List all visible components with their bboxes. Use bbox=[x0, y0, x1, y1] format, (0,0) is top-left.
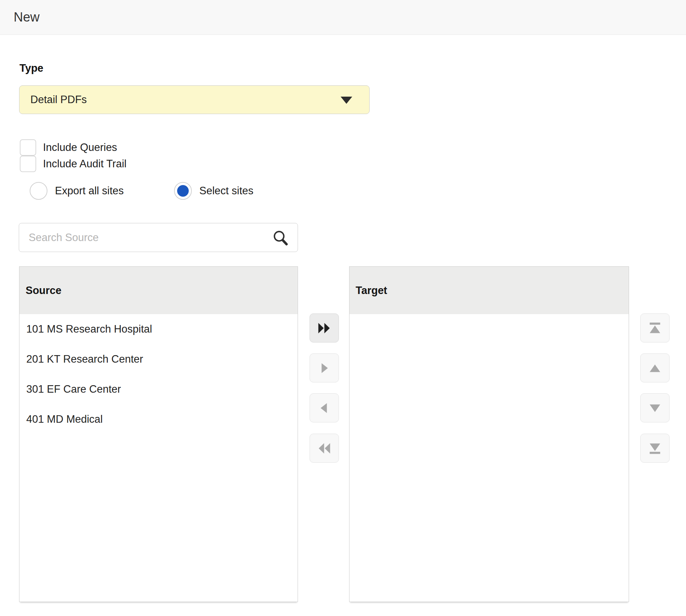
select-sites-radio[interactable] bbox=[174, 182, 192, 200]
source-listbox-header: Source bbox=[19, 267, 298, 314]
arrow-down-icon bbox=[647, 400, 663, 416]
export-all-sites-label: Export all sites bbox=[55, 185, 124, 197]
list-item[interactable]: 401 MD Medical bbox=[19, 404, 298, 434]
move-all-left-button[interactable] bbox=[310, 434, 339, 463]
search-source-wrap bbox=[19, 223, 298, 252]
select-sites-option: Select sites bbox=[174, 182, 254, 200]
move-right-button[interactable] bbox=[310, 353, 339, 382]
export-all-sites-option: Export all sites bbox=[30, 182, 124, 200]
double-arrow-left-icon bbox=[316, 440, 332, 456]
list-item[interactable]: 201 KT Research Center bbox=[19, 344, 298, 374]
arrow-down-to-bar-icon bbox=[647, 440, 663, 456]
move-to-bottom-button[interactable] bbox=[640, 434, 670, 463]
arrow-left-icon bbox=[316, 400, 332, 416]
list-item[interactable]: 101 MS Research Hospital bbox=[19, 314, 298, 344]
chevron-down-icon bbox=[341, 97, 352, 104]
include-audit-trail-label: Include Audit Trail bbox=[43, 158, 127, 170]
radio-selected-dot bbox=[177, 185, 189, 197]
target-listbox: Target bbox=[349, 266, 629, 602]
search-source-input[interactable] bbox=[19, 223, 298, 252]
select-sites-label: Select sites bbox=[199, 185, 254, 197]
target-listbox-title: Target bbox=[356, 284, 387, 297]
arrow-right-icon bbox=[316, 360, 332, 376]
target-listbox-header: Target bbox=[349, 267, 629, 314]
page-title: New bbox=[14, 0, 40, 34]
type-dropdown[interactable]: Detail PDFs bbox=[19, 85, 370, 114]
type-dropdown-value: Detail PDFs bbox=[30, 94, 87, 106]
include-queries-row: Include Queries bbox=[20, 139, 117, 156]
page-header: New bbox=[0, 0, 686, 35]
source-listbox: Source 101 MS Research Hospital 201 KT R… bbox=[19, 266, 298, 602]
move-up-button[interactable] bbox=[640, 353, 670, 382]
arrow-up-to-bar-icon bbox=[647, 320, 663, 336]
list-item[interactable]: 301 EF Care Center bbox=[19, 374, 298, 404]
include-queries-label: Include Queries bbox=[43, 141, 117, 154]
double-arrow-right-icon bbox=[316, 320, 332, 336]
include-queries-checkbox[interactable] bbox=[20, 139, 36, 156]
move-to-top-button[interactable] bbox=[640, 313, 670, 342]
export-all-sites-radio[interactable] bbox=[30, 182, 47, 200]
move-all-right-button[interactable] bbox=[310, 313, 339, 342]
arrow-up-icon bbox=[647, 360, 663, 376]
move-down-button[interactable] bbox=[640, 393, 670, 422]
include-audit-trail-checkbox[interactable] bbox=[20, 156, 36, 172]
source-listbox-title: Source bbox=[26, 284, 61, 297]
source-listbox-items: 101 MS Research Hospital 201 KT Research… bbox=[19, 314, 298, 602]
target-listbox-items bbox=[349, 314, 629, 602]
include-audit-trail-row: Include Audit Trail bbox=[20, 156, 127, 172]
move-left-button[interactable] bbox=[310, 393, 339, 422]
type-label: Type bbox=[19, 62, 43, 74]
